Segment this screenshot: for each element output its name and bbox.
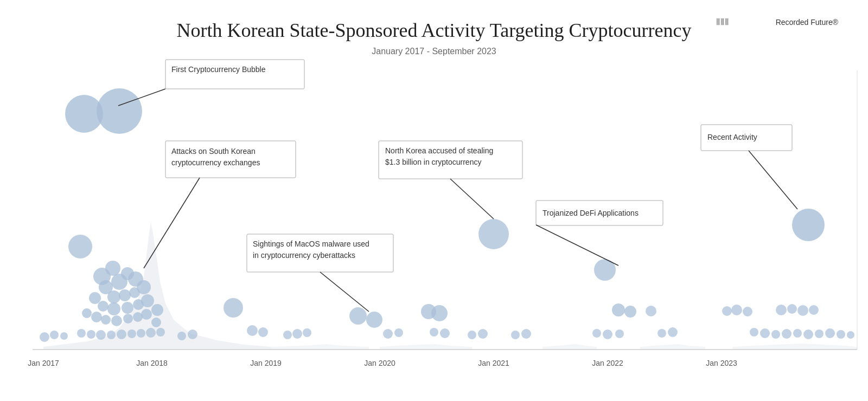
rf-logo-icon: ⦀⦀⦀	[716, 16, 729, 27]
bubble-2023-6	[797, 305, 808, 316]
bubble-2019-3	[258, 327, 268, 337]
rf-logo-text: Recorded Future®	[776, 18, 839, 27]
bubble-2022-6	[615, 329, 624, 338]
bubble-c11	[89, 292, 101, 304]
bubble-2023-9	[760, 328, 770, 338]
bubble-2018-1	[177, 332, 186, 340]
bubble-2023-1	[722, 306, 732, 316]
bubble-2021-1	[468, 331, 476, 339]
bubble-2020-7	[430, 328, 438, 337]
bubble-c14	[122, 302, 133, 314]
bubble-c16	[141, 294, 154, 307]
bubble-2022-3	[624, 306, 636, 318]
bubble-2019-6	[303, 328, 311, 337]
bubble-b1	[77, 329, 86, 338]
bubble-2020-2	[366, 312, 382, 328]
bubble-2023-12	[793, 329, 802, 338]
bubble-2020-8	[440, 328, 450, 338]
bubble-b5	[117, 329, 126, 339]
bubble-2022-9	[668, 327, 678, 337]
bubble-c23	[141, 309, 152, 320]
bubble-2021-4	[521, 329, 531, 339]
bubble-s1	[40, 332, 49, 342]
bubble-c18	[91, 312, 102, 322]
x-label-2019: Jan 2019	[250, 359, 282, 367]
bubble-2021-3	[511, 331, 520, 339]
bubble-2023-2	[731, 305, 742, 315]
annotation-text-recent: Recent Activity	[707, 133, 757, 141]
bubble-2019-2	[247, 325, 258, 336]
bubble-c2	[105, 261, 120, 276]
annotation-text-first-bubble: First Cryptocurrency Bubble	[171, 65, 266, 74]
bubble-b8	[146, 328, 156, 338]
bubble-2022-4	[592, 329, 601, 338]
annotation-box-first-bubble	[165, 60, 304, 89]
bubble-2020-4	[394, 328, 403, 337]
bubble-2023-14	[815, 329, 824, 338]
annotation-text-sk-attacks-1: Attacks on South Korean	[171, 147, 256, 156]
annotation-text-macos-2: in cryptocurrency cyberattacks	[253, 251, 355, 260]
x-label-2022: Jan 2022	[592, 359, 623, 367]
bubble-2023-4	[776, 305, 787, 315]
bubble-b9	[156, 328, 165, 337]
bubble-b3	[96, 330, 106, 340]
bubble-2019-5	[292, 329, 302, 339]
x-label-2023: Jan 2023	[706, 359, 737, 367]
annotation-text-nk-2: $1.3 billion in cryptocurrency	[385, 158, 481, 166]
chart-title: North Korean State-Sponsored Activity Ta…	[177, 20, 692, 41]
chart-subtitle: January 2017 - September 2023	[372, 47, 496, 56]
annotation-text-sk-attacks-2: cryptocurrency exchanges	[171, 158, 260, 167]
bubble-2023-11	[782, 329, 792, 339]
bubble-2020-3	[383, 329, 393, 339]
x-label-2020: Jan 2020	[364, 359, 395, 367]
bubble-2023-17	[847, 331, 854, 339]
bubble-m1	[68, 235, 92, 258]
annotation-text-macos-1: Sightings of MacOS malware used	[253, 240, 369, 248]
bubble-2023-5	[787, 304, 797, 314]
bubble-2019-1	[224, 298, 243, 318]
x-label-2017: Jan 2017	[28, 359, 59, 367]
bubble-2020-1	[349, 307, 367, 325]
bubble-recent-large	[792, 209, 825, 241]
annotation-text-defi: Trojanized DeFi Applications	[542, 209, 639, 217]
bubble-c13	[107, 302, 120, 315]
bubble-2022-2	[612, 303, 625, 316]
bubble-2023-13	[803, 329, 813, 339]
bubble-c7	[107, 290, 120, 303]
bubble-c21	[123, 314, 133, 324]
bubble-c19	[101, 315, 111, 325]
bubble-2021-2	[478, 329, 488, 339]
bubble-2022-5	[603, 329, 612, 339]
bubble-b2	[87, 330, 95, 339]
bubble-2023-16	[837, 330, 845, 339]
bubble-c25	[151, 318, 161, 327]
bubble-s3	[60, 332, 68, 340]
bubble-2019-4	[283, 331, 292, 339]
bubble-2023-7	[809, 305, 819, 315]
x-label-2018: Jan 2018	[136, 359, 168, 367]
bubble-2020-6	[431, 305, 448, 321]
bubble-c8	[119, 289, 131, 301]
bubble-2022-7	[646, 306, 656, 316]
bubble-2022-8	[658, 329, 666, 338]
bubble-b4	[107, 331, 116, 339]
bubble-2023-15	[825, 328, 835, 338]
x-label-2021: Jan 2021	[478, 359, 509, 367]
bubble-b7	[137, 329, 145, 338]
bubble-c12	[98, 301, 108, 312]
bubble-2023-3	[743, 307, 752, 316]
annotation-text-nk-1: North Korea accused of stealing	[385, 146, 493, 155]
bubble-c24	[151, 304, 163, 316]
bubble-2017-large-2	[97, 88, 142, 134]
bubble-2023-8	[750, 328, 758, 337]
bubble-2018-2	[188, 329, 197, 339]
bubble-2021-large	[478, 219, 509, 249]
bubble-s2	[50, 331, 59, 339]
bubble-2023-10	[771, 330, 780, 339]
bubble-c17	[82, 308, 92, 318]
bubble-b6	[127, 329, 136, 338]
bubble-c10	[137, 280, 151, 294]
bubble-c20	[111, 315, 122, 326]
